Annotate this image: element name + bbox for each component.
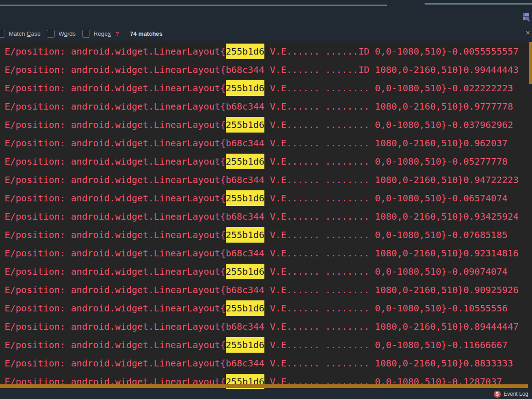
match-count: 74 matches [130, 30, 162, 37]
log-line: E/position: android.widget.LinearLayout{… [0, 61, 532, 79]
status-bar: 5 Event Log [0, 389, 532, 399]
replace-field-border [425, 3, 532, 5]
search-match-highlight: 255b1d6 [226, 44, 264, 59]
log-line: E/position: android.widget.LinearLayout{… [0, 134, 532, 152]
checkbox-icon[interactable] [0, 30, 5, 38]
words-checkbox[interactable]: Words [47, 30, 75, 38]
log-lines: E/position: android.widget.LinearLayout{… [0, 41, 532, 389]
search-match-highlight: 255b1d6 [226, 300, 264, 316]
regex-help-icon[interactable]: ? [115, 30, 119, 37]
search-match-highlight: 255b1d6 [226, 80, 264, 96]
search-match-highlight: 255b1d6 [226, 337, 264, 353]
vertical-scrollbar-thumb[interactable] [529, 42, 532, 84]
log-line: E/position: android.widget.LinearLayout{… [0, 354, 532, 372]
log-line: E/position: android.widget.LinearLayout{… [0, 226, 532, 244]
log-line: E/position: android.widget.LinearLayout{… [0, 152, 532, 171]
log-line: E/position: android.widget.LinearLayout{… [0, 262, 532, 281]
match-case-label: Match Case [9, 30, 40, 37]
words-label: Words [58, 30, 75, 37]
log-line: E/position: android.widget.LinearLayout{… [0, 336, 532, 354]
log-line: E/position: android.widget.LinearLayout{… [0, 116, 532, 134]
close-icon[interactable]: × [526, 29, 530, 37]
log-line: E/position: android.widget.LinearLayout{… [0, 299, 532, 317]
log-line: E/position: android.widget.LinearLayout{… [0, 317, 532, 336]
find-field-border [0, 5, 387, 6]
log-line: E/position: android.widget.LinearLayout{… [0, 244, 532, 262]
log-line: E/position: android.widget.LinearLayout{… [0, 189, 532, 207]
search-match-highlight: 255b1d6 [226, 227, 264, 243]
log-line: E/position: android.widget.LinearLayout{… [0, 171, 532, 189]
search-match-highlight: 255b1d6 [226, 190, 264, 206]
checkbox-icon[interactable] [47, 30, 55, 38]
match-case-checkbox[interactable]: Match Case [0, 30, 40, 38]
window-layout-icon[interactable] [523, 13, 530, 22]
event-log-button[interactable]: Event Log [504, 391, 528, 397]
search-match-highlight: 255b1d6 [226, 154, 264, 169]
event-log-badge: 5 [494, 391, 501, 398]
log-line: E/position: android.widget.LinearLayout{… [0, 79, 532, 97]
regex-label: Regex [94, 30, 111, 37]
log-line: E/position: android.widget.LinearLayout{… [0, 207, 532, 226]
log-line: E/position: android.widget.LinearLayout{… [0, 42, 532, 61]
log-console[interactable]: E/position: android.widget.LinearLayout{… [0, 41, 532, 389]
search-match-highlight: 255b1d6 [226, 264, 264, 279]
search-match-highlight: 255b1d6 [226, 117, 264, 133]
regex-checkbox[interactable]: Regex [82, 30, 111, 38]
find-options-bar: Match Case Words Regex ? 74 matches × [0, 26, 532, 43]
ide-screen: Match Case Words Regex ? 74 matches × E/… [0, 0, 532, 399]
log-line: E/position: android.widget.LinearLayout{… [0, 97, 532, 116]
log-line: E/position: android.widget.LinearLayout{… [0, 281, 532, 299]
checkbox-icon[interactable] [82, 30, 90, 38]
horizontal-scrollbar-thumb[interactable] [0, 384, 528, 388]
